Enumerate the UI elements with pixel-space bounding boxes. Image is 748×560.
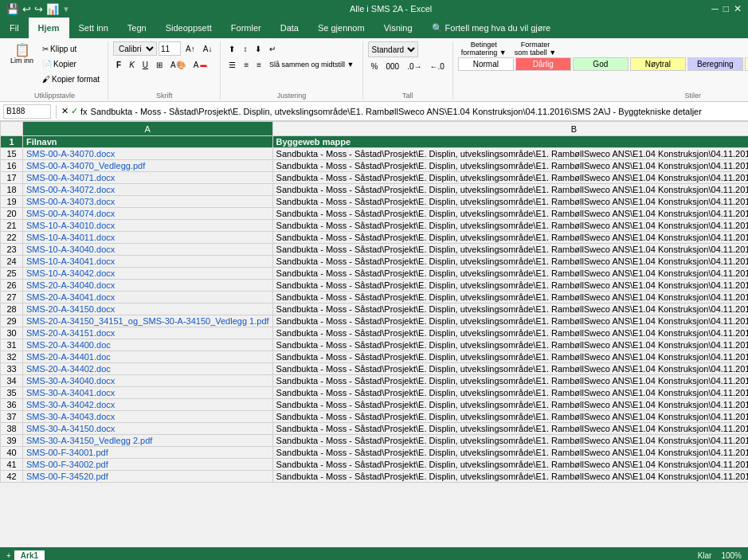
cell-a[interactable]: SMS-20-A-34150_34151_og_SMS-30-A-34150_V…: [23, 315, 273, 327]
cell-b[interactable]: Sandbukta - Moss - Såstad\Prosjekt\E. Di…: [272, 303, 748, 315]
cell-b[interactable]: Sandbukta - Moss - Såstad\Prosjekt\E. Di…: [272, 220, 748, 232]
decrease-font-button[interactable]: A↓: [200, 41, 216, 56]
cell-a[interactable]: SMS-10-A-34041.docx: [23, 256, 273, 268]
tab-hjem[interactable]: Hjem: [29, 18, 69, 38]
align-middle-button[interactable]: ↕: [240, 41, 250, 56]
align-bottom-button[interactable]: ⬇: [252, 41, 264, 56]
wrap-text-button[interactable]: ↵: [266, 41, 279, 56]
sheet-tab-active[interactable]: Ark1: [14, 550, 45, 561]
bold-button[interactable]: F: [113, 57, 124, 72]
chart-button[interactable]: 📊: [46, 3, 59, 15]
cell-b[interactable]: Sandbukta - Moss - Såstad\Prosjekt\E. Di…: [272, 172, 748, 184]
cell-a[interactable]: SMS-00-A-34070_Vedlegg.pdf: [23, 160, 273, 172]
cell-a[interactable]: SMS-20-A-34041.docx: [23, 292, 273, 303]
cell-a[interactable]: SMS-10-A-34040.docx: [23, 244, 273, 256]
cell-a[interactable]: SMS-30-A-34042.docx: [23, 399, 273, 411]
italic-button[interactable]: K: [126, 57, 138, 72]
cell-a[interactable]: SMS-30-A-34043.docx: [23, 411, 273, 423]
font-size-input[interactable]: [159, 41, 181, 56]
cell-a[interactable]: Filnavn: [23, 136, 273, 148]
cell-a[interactable]: SMS-20-A-34401.doc: [23, 351, 273, 363]
percent-button[interactable]: %: [368, 59, 382, 73]
cancel-formula-button[interactable]: ✕: [61, 106, 69, 116]
tab-formler[interactable]: Formler: [221, 18, 271, 38]
cell-b[interactable]: Sandbukta - Moss - Såstad\Prosjekt\E. Di…: [272, 232, 748, 244]
format-painter-button[interactable]: 🖌Kopier format: [39, 72, 103, 86]
cell-b[interactable]: Sandbukta - Moss - Såstad\Prosjekt\E. Di…: [272, 459, 748, 471]
cell-b[interactable]: Sandbukta - Moss - Såstad\Prosjekt\E. Di…: [272, 268, 748, 280]
cut-button[interactable]: ✂Klipp ut: [39, 41, 103, 56]
cell-reference-input[interactable]: [3, 104, 51, 119]
redo-button[interactable]: ↪: [34, 3, 43, 15]
copy-button[interactable]: 📄Kopier: [39, 57, 103, 71]
cell-b[interactable]: Sandbukta - Moss - Såstad\Prosjekt\E. Di…: [272, 315, 748, 327]
close-button[interactable]: ✕: [734, 3, 742, 14]
increase-decimal-button[interactable]: .0→: [404, 59, 425, 73]
style-good[interactable]: God: [573, 57, 629, 71]
cell-b[interactable]: Sandbukta - Moss - Såstad\Prosjekt\E. Di…: [272, 363, 748, 375]
style-bad[interactable]: Dårlig: [515, 57, 571, 71]
number-format-select[interactable]: Standard: [368, 41, 418, 57]
tab-data[interactable]: Data: [271, 18, 308, 38]
insert-function-button[interactable]: fx: [80, 106, 88, 116]
cell-a[interactable]: SMS-30-A-34150.docx: [23, 423, 273, 435]
cell-a[interactable]: SMS-10-A-34042.docx: [23, 268, 273, 280]
sheet-container[interactable]: A B 1FilnavnByggeweb mappe15SMS-00-A-340…: [0, 121, 748, 547]
minimize-button[interactable]: ─: [711, 3, 719, 14]
cell-b[interactable]: Sandbukta - Moss - Såstad\Prosjekt\E. Di…: [272, 351, 748, 363]
align-center-button[interactable]: ≡: [241, 57, 252, 72]
cell-b[interactable]: Sandbukta - Moss - Såstad\Prosjekt\E. Di…: [272, 292, 748, 303]
cell-b[interactable]: Sandbukta - Moss - Såstad\Prosjekt\E. Di…: [272, 160, 748, 172]
underline-button[interactable]: U: [139, 57, 151, 72]
quick-access-toolbar[interactable]: 💾 ↩ ↪ 📊 ▼: [6, 3, 70, 15]
cell-b[interactable]: Byggeweb mappe: [272, 136, 748, 148]
border-button[interactable]: ⊞: [153, 57, 166, 72]
cell-a[interactable]: SMS-10-A-34010.docx: [23, 220, 273, 232]
comma-button[interactable]: 000: [382, 59, 402, 73]
cell-a[interactable]: SMS-00-F-34520.pdf: [23, 471, 273, 483]
merge-center-button[interactable]: Slå sammen og midtstill ▼: [266, 57, 357, 72]
cell-a[interactable]: SMS-20-A-34151.docx: [23, 327, 273, 339]
cell-a[interactable]: SMS-00-A-34074.docx: [23, 208, 273, 220]
cell-b[interactable]: Sandbukta - Moss - Såstad\Prosjekt\E. Di…: [272, 399, 748, 411]
confirm-formula-button[interactable]: ✓: [71, 106, 78, 116]
font-family-select[interactable]: Calibri: [113, 41, 157, 56]
col-header-b[interactable]: B: [272, 122, 748, 136]
undo-button[interactable]: ↩: [22, 3, 31, 15]
cell-b[interactable]: Sandbukta - Moss - Såstad\Prosjekt\E. Di…: [272, 387, 748, 399]
style-normal[interactable]: Normal: [458, 57, 514, 71]
tab-visning[interactable]: Visning: [374, 18, 422, 38]
tab-se-gjennom[interactable]: Se gjennom: [308, 18, 374, 38]
tab-sett-inn[interactable]: Sett inn: [69, 18, 118, 38]
cell-b[interactable]: Sandbukta - Moss - Såstad\Prosjekt\E. Di…: [272, 148, 748, 160]
cell-a[interactable]: SMS-00-F-34002.pdf: [23, 459, 273, 471]
cell-b[interactable]: Sandbukta - Moss - Såstad\Prosjekt\E. Di…: [272, 435, 748, 447]
style-explain[interactable]: Forklarende...: [745, 57, 748, 71]
maximize-button[interactable]: □: [723, 3, 729, 14]
cell-b[interactable]: Sandbukta - Moss - Såstad\Prosjekt\E. Di…: [272, 208, 748, 220]
cell-a[interactable]: SMS-00-A-34071.docx: [23, 172, 273, 184]
cell-a[interactable]: SMS-00-F-34001.pdf: [23, 447, 273, 459]
tab-sideoppsett[interactable]: Sideoppsett: [156, 18, 221, 38]
cell-b[interactable]: Sandbukta - Moss - Såstad\Prosjekt\E. Di…: [272, 375, 748, 387]
cell-b[interactable]: Sandbukta - Moss - Såstad\Prosjekt\E. Di…: [272, 184, 748, 196]
cell-b[interactable]: Sandbukta - Moss - Såstad\Prosjekt\E. Di…: [272, 471, 748, 483]
style-neutral[interactable]: Nøytral: [630, 57, 686, 71]
cell-a[interactable]: SMS-20-A-34400.doc: [23, 339, 273, 351]
align-left-button[interactable]: ☰: [225, 57, 239, 72]
cell-a[interactable]: SMS-10-A-34011.docx: [23, 232, 273, 244]
zoom-control[interactable]: 100%: [721, 551, 742, 560]
align-top-button[interactable]: ⬆: [225, 41, 238, 56]
col-header-a[interactable]: A: [23, 122, 273, 136]
cell-a[interactable]: SMS-00-A-34070.docx: [23, 148, 273, 160]
tab-tegn[interactable]: Tegn: [118, 18, 156, 38]
cell-b[interactable]: Sandbukta - Moss - Såstad\Prosjekt\E. Di…: [272, 327, 748, 339]
conditional-formatting-button[interactable]: Betingetformatering ▼: [458, 41, 510, 56]
cell-b[interactable]: Sandbukta - Moss - Såstad\Prosjekt\E. Di…: [272, 447, 748, 459]
fill-color-button[interactable]: A🎨: [167, 57, 189, 72]
cell-b[interactable]: Sandbukta - Moss - Såstad\Prosjekt\E. Di…: [272, 196, 748, 208]
cell-b[interactable]: Sandbukta - Moss - Såstad\Prosjekt\E. Di…: [272, 244, 748, 256]
increase-font-button[interactable]: A↑: [182, 41, 198, 56]
cell-a[interactable]: SMS-20-A-34402.doc: [23, 363, 273, 375]
tab-fil[interactable]: Fil: [0, 18, 29, 38]
